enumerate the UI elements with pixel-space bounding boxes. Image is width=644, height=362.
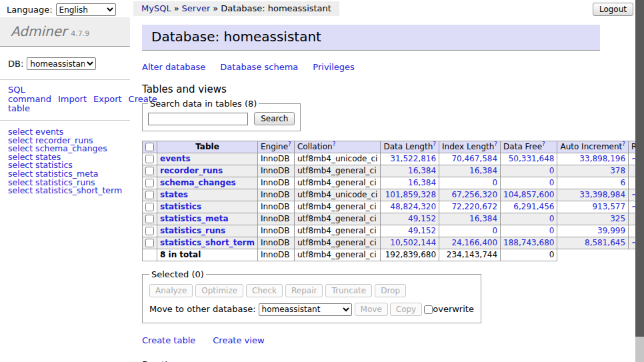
adminer-logo[interactable]: Adminer — [11, 23, 67, 39]
search-fieldset: Search data in tables (8) Search — [142, 99, 301, 131]
column-header-data-length: Data Length? — [381, 141, 439, 153]
sidebar-action-link-sql-command[interactable]: SQL command — [8, 85, 51, 104]
search-legend: Search data in tables (8) — [148, 99, 259, 109]
db-link-alter-database[interactable]: Alter database — [142, 62, 205, 72]
select-all-checkbox[interactable] — [145, 143, 154, 151]
cell-data-length: 31,522,816 — [381, 153, 439, 165]
row-checkbox-cell — [143, 225, 157, 237]
sidebar-action-link-export[interactable]: Export — [93, 94, 122, 104]
column-help-link[interactable]: ? — [288, 141, 291, 147]
table-row: statistics_runsInnoDButf8mb4_general_ci4… — [143, 225, 644, 237]
db-select[interactable]: homeassistant — [27, 57, 96, 70]
table-link[interactable]: statistics_meta — [160, 214, 229, 223]
table-link[interactable]: events — [160, 154, 191, 163]
breadcrumb-link-mysql[interactable]: MySQL — [141, 3, 171, 13]
language-select[interactable]: English — [56, 3, 116, 16]
total-data-length-cell: 192,839,680 — [381, 249, 439, 261]
cell-auto-increment: 8,581,645 — [557, 237, 629, 249]
app-version: 4.7.9 — [71, 29, 89, 38]
cell-auto-increment: 33,398,984 — [557, 189, 629, 201]
drop-button[interactable]: Drop — [375, 284, 406, 297]
row-checkbox[interactable] — [145, 203, 154, 211]
db-link-database-schema[interactable]: Database schema — [220, 62, 298, 72]
column-help-link[interactable]: ? — [494, 141, 497, 147]
search-button[interactable]: Search — [254, 112, 295, 125]
cell-auto-increment: 378 — [557, 165, 629, 177]
cell-data-length: 101,859,328 — [381, 189, 439, 201]
column-header-collation: Collation? — [294, 141, 381, 153]
row-checkbox[interactable] — [145, 167, 154, 175]
column-help-link[interactable]: ? — [542, 141, 545, 147]
db-label: DB: — [8, 59, 23, 69]
create-view-link[interactable]: Create view — [213, 335, 264, 345]
check-button[interactable]: Check — [246, 284, 283, 297]
database-action-links: Alter databaseDatabase schemaPrivileges — [142, 62, 600, 72]
table-link[interactable]: recorder_runs — [160, 166, 223, 175]
cell-collation: utf8mb4_general_ci — [294, 237, 381, 249]
cell-index-length: 72,220,672 — [439, 201, 501, 213]
column-help-link[interactable]: ? — [333, 141, 336, 147]
table-row: statistics_short_termInnoDButf8mb4_gener… — [143, 237, 644, 249]
table-row: schema_changesInnoDButf8mb4_general_ci16… — [143, 177, 644, 189]
tables-section-title: Tables and views — [142, 83, 600, 95]
analyze-button[interactable]: Analyze — [149, 284, 193, 297]
selected-buttons-row: AnalyzeOptimizeCheckRepairTruncateDrop — [149, 284, 474, 297]
overwrite-checkbox[interactable] — [424, 305, 433, 314]
cell-collation: utf8mb4_general_ci — [294, 177, 381, 189]
row-checkbox[interactable] — [145, 215, 154, 223]
row-checkbox[interactable] — [145, 191, 154, 199]
cell-table-name: statistics_meta — [157, 213, 258, 225]
sidebar-select-link[interactable]: select statistics_short_term — [8, 187, 130, 195]
breadcrumb-current: Database: homeassistant — [221, 3, 331, 13]
logout-button[interactable]: Logout — [593, 3, 633, 16]
page-title: Database: homeassistant — [142, 25, 600, 51]
cell-auto-increment: 39,999 — [557, 225, 629, 237]
cell-data-length: 16,384 — [381, 165, 439, 177]
tables-tbody: eventsInnoDButf8mb4_unicode_ci31,522,816… — [143, 153, 644, 249]
cell-index-length: 24,166,400 — [439, 237, 501, 249]
row-checkbox-cell — [143, 153, 157, 165]
selected-fieldset: Selected (0) AnalyzeOptimizeCheckRepairT… — [142, 269, 481, 323]
table-link[interactable]: statistics_runs — [160, 226, 225, 235]
tables-table-head: TableEngine?Collation?Data Length?Index … — [143, 141, 644, 153]
row-checkbox-cell — [143, 237, 157, 249]
total-collation-cell: utf8mb4_general_ci — [294, 249, 381, 261]
truncate-button[interactable]: Truncate — [325, 284, 372, 297]
cell-data-free: 0 — [501, 225, 557, 237]
copy-button[interactable]: Copy — [390, 303, 422, 316]
cell-engine: InnoDB — [257, 177, 294, 189]
create-table-link[interactable]: Create table — [142, 335, 195, 345]
column-help-link[interactable]: ? — [433, 141, 436, 147]
cell-data-free: 188,743,680 — [501, 237, 557, 249]
column-header-auto-increment: Auto Increment? — [557, 141, 629, 153]
column-help-link[interactable]: ? — [622, 141, 625, 147]
total-engine-cell: InnoDB — [257, 249, 294, 261]
row-checkbox[interactable] — [145, 227, 154, 235]
cell-collation: utf8mb4_general_ci — [294, 213, 381, 225]
repair-button[interactable]: Repair — [285, 284, 323, 297]
table-row: statesInnoDButf8mb4_unicode_ci101,859,32… — [143, 189, 644, 201]
row-checkbox[interactable] — [145, 239, 154, 247]
cell-table-name: statistics_short_term — [157, 237, 258, 249]
cell-index-length: 70,467,584 — [439, 153, 501, 165]
table-link[interactable]: statistics — [160, 202, 201, 211]
vertical-scrollbar-thumb[interactable] — [635, 0, 644, 337]
db-link-privileges[interactable]: Privileges — [313, 62, 355, 72]
row-checkbox[interactable] — [145, 155, 154, 163]
cell-collation: utf8mb4_general_ci — [294, 165, 381, 177]
move-label: Move to other database: — [149, 304, 256, 314]
table-link[interactable]: statistics_short_term — [160, 238, 255, 247]
table-total-row: 8 in total InnoDB utf8mb4_general_ci 192… — [143, 249, 644, 261]
cell-data-length: 10,502,144 — [381, 237, 439, 249]
sidebar-action-link-import[interactable]: Import — [58, 94, 87, 104]
row-checkbox[interactable] — [145, 179, 154, 187]
breadcrumb-link-server[interactable]: Server — [182, 3, 211, 13]
create-links: Create tableCreate view — [142, 335, 600, 345]
vertical-scrollbar-track[interactable] — [635, 0, 644, 362]
table-link[interactable]: states — [160, 190, 188, 199]
move-button[interactable]: Move — [355, 303, 388, 316]
table-link[interactable]: schema_changes — [160, 178, 236, 187]
search-input[interactable] — [148, 113, 248, 125]
move-database-select[interactable]: homeassistant — [259, 303, 352, 316]
optimize-button[interactable]: Optimize — [195, 284, 243, 297]
